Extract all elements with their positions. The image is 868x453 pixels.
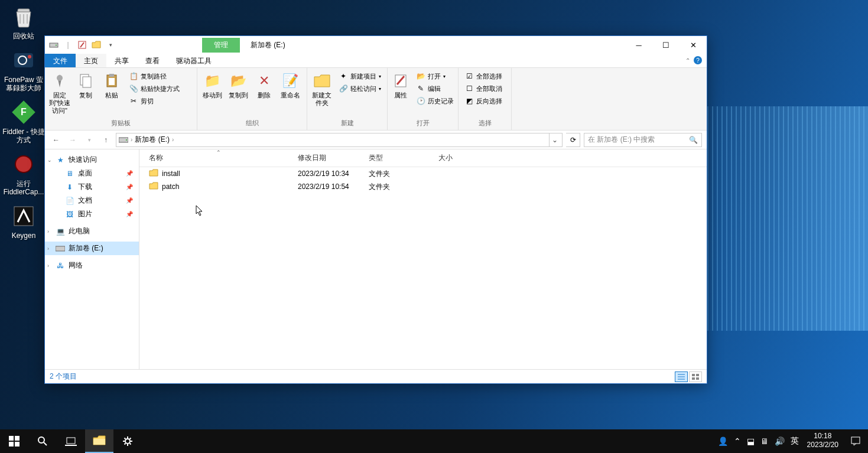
taskbar-file-explorer[interactable] <box>85 429 113 453</box>
help-icon[interactable]: ? <box>694 56 702 64</box>
view-large-icons-button[interactable] <box>689 371 702 382</box>
tab-share[interactable]: 共享 <box>106 54 137 67</box>
task-view-button[interactable] <box>57 429 85 453</box>
taskbar-clock[interactable]: 10:18 2023/2/20 <box>802 429 843 453</box>
breadcrumb-separator-icon[interactable]: › <box>172 136 174 143</box>
copyto-button[interactable]: 📂复制到 <box>226 69 251 102</box>
search-input[interactable]: 在 新加卷 (E:) 中搜索 🔍 <box>584 133 702 147</box>
column-header-type[interactable]: 类型 <box>364 153 434 163</box>
pin-icon: 📌 <box>126 184 133 190</box>
delete-button[interactable]: ✕删除 <box>252 69 277 102</box>
address-bar[interactable]: › 新加卷 (E:) › ⌄ <box>116 133 563 147</box>
drive-icon <box>56 244 65 253</box>
nav-quick-access[interactable]: ⌄★快速访问 <box>45 153 139 167</box>
open-button[interactable]: 📂打开 ▾ <box>415 70 455 82</box>
tab-home[interactable]: 主页 <box>76 54 106 67</box>
nav-this-pc[interactable]: ›💻此电脑 <box>45 224 139 238</box>
copy-button[interactable]: 复制 <box>73 69 98 102</box>
tray-volume-icon[interactable]: 🔊 <box>775 436 785 446</box>
pin-to-quick-access-button[interactable]: 固定到"快速访问" <box>47 69 72 117</box>
svg-rect-15 <box>109 74 114 77</box>
pc-icon: 💻 <box>56 227 65 236</box>
tray-people-icon[interactable]: 👤 <box>718 436 728 446</box>
svg-rect-26 <box>15 436 19 441</box>
minimize-button[interactable]: ─ <box>625 36 652 54</box>
refresh-button[interactable]: ⟳ <box>566 133 580 147</box>
desktop-icon-label: Fiddler - 快捷方式 <box>2 128 45 144</box>
tray-network-icon[interactable]: 🖥 <box>760 436 769 446</box>
tray-security-icon[interactable]: ⬓ <box>747 436 755 446</box>
nav-network[interactable]: ›🖧网络 <box>45 259 139 272</box>
nav-up-button[interactable]: ↑ <box>99 133 112 146</box>
nav-drive-e[interactable]: ›新加卷 (E:) <box>45 242 139 255</box>
column-header-date[interactable]: 修改日期 <box>293 153 364 163</box>
newitem-button[interactable]: ✦新建项目 ▾ <box>337 70 382 82</box>
selectnone-button[interactable]: ☐全部取消 <box>463 83 503 94</box>
tab-view[interactable]: 查看 <box>137 54 168 67</box>
chevron-down-icon[interactable]: ⌄ <box>47 157 52 163</box>
breadcrumb-separator-icon[interactable]: › <box>131 136 132 143</box>
paste-button[interactable]: 粘贴 <box>99 69 124 102</box>
tab-drive-tools[interactable]: 驱动器工具 <box>168 54 220 67</box>
desktop-icon-keygen[interactable]: Keygen <box>2 201 45 245</box>
open-icon: 📂 <box>416 71 425 81</box>
address-dropdown-button[interactable]: ⌄ <box>549 133 560 146</box>
svg-rect-31 <box>65 445 77 446</box>
context-tab-manage[interactable]: 管理 <box>202 38 240 53</box>
nav-back-button[interactable]: ← <box>50 133 63 146</box>
tray-ime-indicator[interactable]: 英 <box>791 436 799 447</box>
qat-properties-icon[interactable] <box>77 40 87 50</box>
nav-desktop[interactable]: 🖥桌面📌 <box>45 167 139 180</box>
paste-shortcut-button[interactable]: 📎粘贴快捷方式 <box>128 83 181 94</box>
chevron-right-icon[interactable]: › <box>47 263 49 269</box>
desktop-icon-fonepaw[interactable]: FonePaw 萤幕録影大師 <box>2 45 45 97</box>
file-row[interactable]: patch 2023/2/19 10:54 文件夹 <box>139 180 707 193</box>
history-button[interactable]: 🕑历史记录 <box>415 95 455 107</box>
close-button[interactable]: ✕ <box>680 36 707 54</box>
qat-newfolder-icon[interactable] <box>91 40 102 50</box>
nav-documents[interactable]: 📄文档📌 <box>45 194 139 207</box>
rename-button[interactable]: 📝重命名 <box>278 69 303 102</box>
nav-downloads[interactable]: ⬇下载📌 <box>45 180 139 194</box>
nav-pictures[interactable]: 🖼图片📌 <box>45 207 139 221</box>
ribbon-collapse-icon[interactable]: ⌃ <box>685 57 690 64</box>
group-label-open: 打开 <box>390 118 456 129</box>
qat-separator: | <box>63 40 73 50</box>
breadcrumb-location[interactable]: 新加卷 (E:) <box>135 135 170 145</box>
nav-forward-button[interactable]: → <box>66 133 79 146</box>
tray-overflow-icon[interactable]: ⌃ <box>734 436 741 446</box>
svg-rect-34 <box>851 437 860 444</box>
taskbar-settings[interactable] <box>113 429 142 453</box>
cut-button[interactable]: ✂剪切 <box>128 95 181 107</box>
invertselection-button[interactable]: ◩反向选择 <box>463 95 503 107</box>
group-label-clipboard: 剪贴板 <box>47 118 194 129</box>
desktop-icon-fiddlercap[interactable]: 运行FiddlerCap... <box>2 149 45 201</box>
star-icon: ★ <box>56 155 65 165</box>
tab-file[interactable]: 文件 <box>45 54 76 67</box>
titlebar[interactable]: | ▾ 管理 新加卷 (E:) ─ ☐ ✕ <box>45 36 707 54</box>
newfolder-button[interactable]: 新建文件夹 <box>310 69 334 109</box>
chevron-right-icon[interactable]: › <box>47 246 49 252</box>
svg-point-33 <box>125 439 130 444</box>
maximize-button[interactable]: ☐ <box>652 36 680 54</box>
selectall-button[interactable]: ☑全部选择 <box>463 70 503 82</box>
svg-point-11 <box>57 75 63 81</box>
file-row[interactable]: install 2023/2/19 10:34 文件夹 <box>139 167 707 180</box>
desktop-icon-fiddler[interactable]: F Fiddler - 快捷方式 <box>2 97 45 149</box>
easyaccess-button[interactable]: 🔗轻松访问 ▾ <box>337 83 382 94</box>
start-button[interactable] <box>0 429 28 453</box>
view-details-button[interactable] <box>675 371 688 382</box>
action-center-button[interactable] <box>843 429 868 453</box>
documents-icon: 📄 <box>65 196 74 206</box>
search-button[interactable] <box>28 429 57 453</box>
nav-recent-button[interactable]: ▾ <box>83 133 96 146</box>
copy-path-button[interactable]: 📋复制路径 <box>128 70 181 82</box>
file-date: 2023/2/19 10:54 <box>293 182 364 191</box>
chevron-right-icon[interactable]: › <box>47 229 49 234</box>
properties-button[interactable]: 属性 <box>390 69 411 102</box>
qat-customize-icon[interactable]: ▾ <box>105 40 116 50</box>
edit-button[interactable]: ✎编辑 <box>415 83 455 94</box>
desktop-icon-recycle-bin[interactable]: 回收站 <box>2 1 45 45</box>
column-header-size[interactable]: 大小 <box>434 153 475 163</box>
moveto-button[interactable]: 📁移动到 <box>200 69 225 102</box>
